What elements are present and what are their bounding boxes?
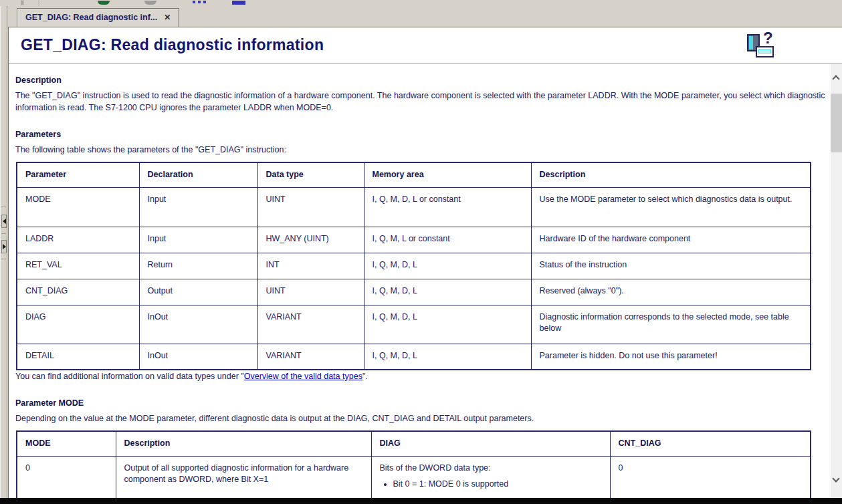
toolbar-separator	[38, 1, 39, 5]
table-row: 0 Output of all supported diagnostic inf…	[17, 456, 811, 499]
scroll-up-button[interactable]	[831, 71, 842, 87]
splitter-notch	[1, 233, 6, 234]
cell-memoryarea: I, Q, M, D, L	[364, 253, 531, 279]
bottom-taskbar-edge	[0, 498, 842, 504]
scroll-down-button[interactable]	[831, 473, 842, 489]
cell-declaration: Return	[139, 253, 257, 279]
datatypes-note: You can find additional information on v…	[15, 370, 831, 382]
title-bar: GET_DIAG: Read diagnostic information ?	[9, 27, 842, 64]
triangle-left-icon	[3, 219, 6, 224]
expand-right-button[interactable]	[1, 240, 7, 253]
scrollbar-thumb[interactable]	[831, 94, 842, 152]
page-title: GET_DIAG: Read diagnostic information	[9, 27, 842, 54]
cell-memoryarea: I, Q, M, D, L	[364, 305, 531, 344]
table-row: DIAG InOut VARIANT I, Q, M, D, L Diagnos…	[17, 305, 811, 344]
mode-table: MODE Description DIAG CNT_DIAG 0 Output …	[16, 430, 811, 499]
cell-description: Hardware ID of the hardware component	[531, 227, 811, 253]
cell-memoryarea: I, Q, M, D, L or constant	[364, 187, 531, 227]
description-heading: Description	[15, 76, 831, 85]
cell-parameter: MODE	[17, 187, 139, 227]
toolbar-grip-icon	[21, 1, 23, 5]
description-text: The "GET_DIAG" instruction is used to re…	[15, 90, 831, 114]
cell-declaration: Input	[139, 227, 257, 253]
table-row: LADDR Input HW_ANY (UINT) I, Q, M, L or …	[17, 227, 811, 253]
toolbar-dots-icon	[193, 1, 195, 3]
cell-description: Status of the instruction	[531, 253, 811, 279]
cell-parameter: LADDR	[17, 227, 139, 253]
cell-declaration: InOut	[139, 344, 257, 370]
left-splitter-strip[interactable]	[0, 6, 7, 498]
parameters-heading: Parameters	[15, 130, 831, 139]
note-prefix: You can find additional information on v…	[15, 372, 244, 381]
toolbar-strip	[0, 0, 842, 6]
table-header-row: Parameter Declaration Data type Memory a…	[17, 162, 811, 187]
panel-rect2-icon	[756, 46, 774, 57]
cell-datatype: UINT	[257, 187, 364, 227]
chevron-down-icon	[832, 475, 839, 482]
splitter-notch	[1, 207, 6, 207]
table-row: DETAIL InOut VARIANT I, Q, M, D, L Param…	[17, 344, 811, 370]
column-header: DIAG	[371, 431, 610, 456]
cell-memoryarea: I, Q, M, L or constant	[364, 227, 531, 253]
column-header: Data type	[257, 162, 364, 187]
cell-description: Parameter is hidden. Do not use this par…	[531, 344, 811, 370]
cell-declaration: InOut	[139, 305, 257, 344]
cell-datatype: UINT	[257, 279, 364, 305]
cell-mode: 0	[17, 456, 116, 499]
cell-memoryarea: I, Q, M, D, L	[364, 279, 531, 305]
cell-description: Use the MODE parameter to select which d…	[531, 187, 811, 227]
collapse-left-button[interactable]	[1, 215, 7, 228]
cell-description: Output of all supported diagnostic infor…	[116, 456, 371, 499]
document-tab[interactable]: GET_DIAG: Read diagnostic inf... ✕	[17, 8, 179, 27]
toolbar-green-icon	[98, 1, 110, 5]
table-header-row: MODE Description DIAG CNT_DIAG	[17, 431, 811, 456]
cell-datatype: HW_ANY (UINT)	[257, 227, 364, 253]
table-row: MODE Input UINT I, Q, M, D, L or constan…	[17, 187, 811, 227]
column-header: Description	[116, 431, 371, 456]
parameters-table: Parameter Declaration Data type Memory a…	[16, 162, 811, 370]
cell-datatype: INT	[257, 253, 364, 279]
cell-declaration: Output	[139, 279, 257, 305]
tab-title: GET_DIAG: Read diagnostic inf...	[25, 13, 157, 22]
question-mark-icon: ?	[763, 29, 773, 47]
column-header: Parameter	[17, 162, 139, 187]
parameters-intro: The following table shows the parameters…	[15, 144, 831, 156]
splitter-notch	[1, 259, 6, 259]
help-panel-icon[interactable]: ?	[747, 33, 778, 58]
table-row: CNT_DIAG Output UINT I, Q, M, D, L Reser…	[17, 279, 811, 305]
toolbar-blue-icon	[232, 1, 245, 5]
note-suffix: ".	[362, 372, 368, 381]
column-header: Description	[531, 162, 811, 187]
cell-memoryarea: I, Q, M, D, L	[364, 344, 531, 370]
diag-intro: Bits of the DWORD data type:	[380, 463, 491, 473]
cell-cntdiag: 0	[610, 456, 811, 499]
valid-datatypes-link[interactable]: Overview of the valid data types	[244, 372, 362, 381]
cell-datatype: VARIANT	[257, 344, 364, 370]
toolbar-gray-icon	[144, 1, 156, 5]
diag-bullet: Bit 0 = 1: MODE 0 is supported	[393, 479, 605, 490]
help-content: Description The "GET_DIAG" instruction i…	[9, 65, 831, 499]
column-header: MODE	[17, 431, 116, 456]
cell-parameter: CNT_DIAG	[17, 279, 139, 305]
cell-parameter: DIAG	[17, 305, 139, 344]
cell-declaration: Input	[139, 187, 257, 227]
cell-description: Diagnostic information corresponds to th…	[531, 305, 811, 344]
cell-parameter: RET_VAL	[17, 253, 139, 279]
cell-datatype: VARIANT	[257, 305, 364, 344]
help-panel: GET_DIAG: Read diagnostic information ? …	[8, 27, 842, 498]
vertical-scrollbar[interactable]	[831, 64, 842, 498]
parameter-mode-intro: Depending on the value at the MODE param…	[15, 412, 831, 424]
column-header: Memory area	[364, 162, 531, 187]
diag-bullet-list: Bit 0 = 1: MODE 0 is supported	[380, 479, 605, 490]
cell-description: Reserved (always "0").	[531, 279, 811, 305]
tab-close-icon[interactable]: ✕	[164, 13, 171, 21]
cell-diag: Bits of the DWORD data type: Bit 0 = 1: …	[371, 456, 610, 499]
table-row: RET_VAL Return INT I, Q, M, D, L Status …	[17, 253, 811, 279]
triangle-right-icon	[3, 244, 6, 249]
column-header: Declaration	[139, 162, 257, 187]
cell-parameter: DETAIL	[17, 344, 139, 370]
column-header: CNT_DIAG	[610, 431, 811, 456]
parameter-mode-heading: Parameter MODE	[15, 398, 831, 408]
chevron-up-icon	[832, 75, 839, 82]
